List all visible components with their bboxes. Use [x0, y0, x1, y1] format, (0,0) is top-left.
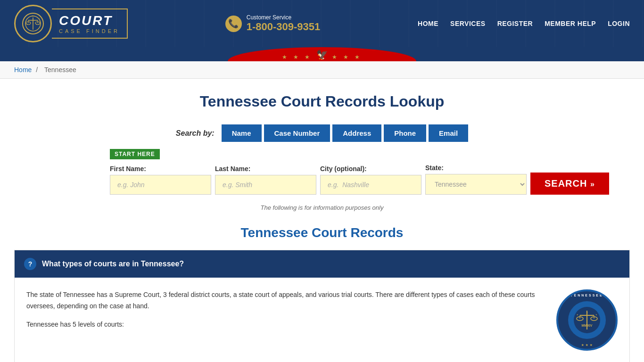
tennessee-seal: TENNESSEE MMXIV — [556, 289, 618, 351]
breadcrumb-separator: / — [36, 66, 38, 74]
eagle-area: ★ ★ ★ 🦅 ★ ★ ★ — [282, 47, 362, 61]
site-header: ★ ★ ★ COURT CASE FINDER 📞 Customer Servi… — [0, 0, 644, 47]
nav-services[interactable]: SERVICES — [450, 20, 486, 27]
start-here-label: START HERE — [110, 149, 160, 159]
page-title: Tennessee Court Records Lookup — [14, 93, 630, 110]
last-name-input[interactable] — [215, 175, 316, 195]
faq-paragraph-1: The state of Tennessee has a Supreme Cou… — [26, 289, 547, 312]
search-button[interactable]: SEARCH » — [530, 173, 609, 195]
svg-text:★: ★ — [26, 18, 28, 20]
start-here-badge: START HERE — [110, 149, 534, 164]
site-logo[interactable]: ★ ★ ★ COURT CASE FINDER — [14, 5, 128, 42]
nav-member-help[interactable]: MEMBER HELP — [545, 20, 596, 27]
customer-service-label: Customer Service — [247, 14, 321, 21]
faq-text: The state of Tennessee has a Supreme Cou… — [26, 289, 547, 351]
disclaimer: The following is for information purpose… — [110, 204, 534, 211]
breadcrumb: Home / Tennessee — [0, 61, 644, 79]
phone-number: 1-800-309-9351 — [247, 21, 321, 33]
tab-address[interactable]: Address — [332, 124, 381, 142]
first-name-input[interactable] — [110, 175, 211, 195]
faq-body: The state of Tennessee has a Supreme Cou… — [15, 278, 629, 362]
tab-name[interactable]: Name — [222, 124, 262, 142]
svg-text:MMXIV: MMXIV — [582, 324, 593, 327]
city-group: City (optional): — [320, 165, 421, 195]
last-name-label: Last Name: — [215, 165, 316, 173]
tab-case-number[interactable]: Case Number — [264, 124, 330, 142]
faq-paragraph-2: Tennessee has 5 levels of courts: — [26, 319, 547, 330]
svg-text:★: ★ — [39, 18, 40, 20]
faq-icon: ? — [24, 258, 36, 270]
svg-text:★: ★ — [595, 313, 597, 316]
nav-register[interactable]: REGISTER — [497, 20, 533, 27]
first-name-label: First Name: — [110, 165, 211, 173]
main-nav: HOME SERVICES REGISTER MEMBER HELP LOGIN — [418, 20, 630, 27]
first-name-group: First Name: — [110, 165, 211, 195]
faq-section: ? What types of courts are in Tennessee?… — [14, 250, 630, 362]
logo-text: COURT CASE FINDER — [52, 8, 128, 39]
state-group: State: AlabamaAlaskaArizonaArkansasCalif… — [425, 164, 527, 195]
state-label: State: — [425, 164, 527, 172]
banner-arch: ★ ★ ★ 🦅 ★ ★ ★ — [0, 47, 644, 61]
tab-email[interactable]: Email — [429, 124, 468, 142]
nav-login[interactable]: LOGIN — [608, 20, 630, 27]
tab-phone[interactable]: Phone — [384, 124, 426, 142]
phone-icon: 📞 — [225, 16, 242, 32]
stars-right: ★ ★ ★ — [332, 54, 363, 60]
city-input[interactable] — [320, 175, 421, 195]
logo-court-label: COURT — [59, 13, 120, 28]
svg-text:★: ★ — [577, 313, 578, 316]
stars-left: ★ ★ ★ — [282, 54, 313, 60]
breadcrumb-home[interactable]: Home — [14, 66, 32, 74]
search-form: First Name: Last Name: City (optional): … — [110, 164, 534, 195]
breadcrumb-current: Tennessee — [44, 66, 76, 74]
search-chevrons-icon: » — [590, 180, 595, 188]
city-label: City (optional): — [320, 165, 421, 173]
state-select[interactable]: AlabamaAlaskaArizonaArkansasCaliforniaCo… — [425, 174, 527, 195]
seal-inner: MMXIV ★ ★ ★ — [568, 301, 606, 339]
logo-emblem: ★ ★ ★ — [14, 5, 52, 42]
search-by-label: Search by: — [176, 129, 215, 138]
logo-casefinder-label: CASE FINDER — [59, 28, 120, 34]
last-name-group: Last Name: — [215, 165, 316, 195]
nav-home[interactable]: HOME — [418, 20, 438, 27]
faq-header[interactable]: ? What types of courts are in Tennessee? — [15, 250, 629, 278]
faq-question: What types of courts are in Tennessee? — [42, 260, 184, 268]
eagle-icon: 🦅 — [316, 49, 328, 60]
search-section: Search by: Name Case Number Address Phon… — [110, 124, 534, 211]
main-content: Tennessee Court Records Lookup Search by… — [0, 79, 644, 362]
customer-service-area: 📞 Customer Service 1-800-309-9351 — [225, 14, 321, 33]
records-section-title: Tennessee Court Records — [14, 225, 630, 240]
search-by-row: Search by: Name Case Number Address Phon… — [110, 124, 534, 142]
svg-text:★: ★ — [32, 15, 34, 17]
